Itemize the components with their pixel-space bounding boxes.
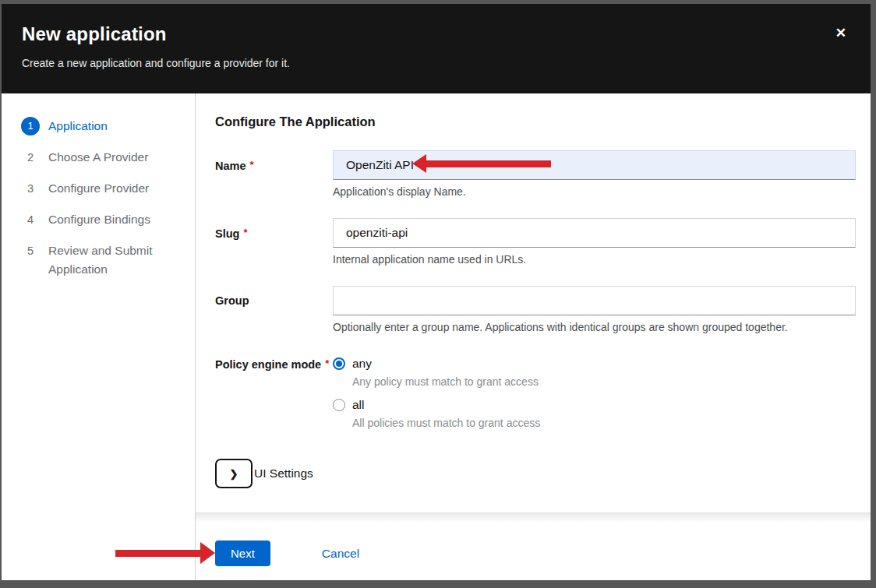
annotation-arrow-next bbox=[115, 550, 201, 557]
modal-title: New application bbox=[22, 23, 850, 46]
step-label: Application bbox=[48, 117, 108, 136]
name-label: Name* bbox=[215, 150, 333, 198]
annotation-arrow-name-head bbox=[412, 154, 426, 173]
step-label: Configure Bindings bbox=[48, 210, 150, 229]
step-label: Configure Provider bbox=[48, 179, 149, 198]
footer-shadow-divider bbox=[196, 512, 871, 522]
group-label: Group bbox=[215, 286, 333, 333]
annotation-arrow-next-head bbox=[200, 542, 215, 564]
required-asterisk: * bbox=[250, 159, 254, 171]
wizard-step-application[interactable]: 1 Application bbox=[2, 111, 195, 142]
name-label-text: Name bbox=[215, 160, 246, 172]
slug-field-group: Internal application name used in URLs. bbox=[333, 218, 856, 266]
ui-settings-label: UI Settings bbox=[254, 467, 313, 481]
group-field-group: Optionally enter a group name. Applicati… bbox=[333, 286, 856, 333]
modal-subtitle: Create a new application and configure a… bbox=[22, 57, 850, 70]
slug-label-text: Slug bbox=[215, 227, 239, 240]
radio-any-helper-text: Any policy must match to grant access bbox=[352, 375, 856, 388]
required-asterisk: * bbox=[243, 227, 247, 238]
radio-all-helper-text: All policies must match to grant access bbox=[352, 417, 856, 429]
name-input[interactable] bbox=[333, 150, 856, 180]
slug-label: Slug* bbox=[215, 218, 333, 266]
wizard-step-review-submit[interactable]: 5 Review and Submit Application bbox=[2, 235, 195, 285]
step-label: Choose A Provider bbox=[48, 148, 148, 167]
annotation-arrow-name bbox=[426, 160, 551, 167]
expand-button[interactable]: ❯ bbox=[215, 459, 253, 488]
step-number: 5 bbox=[21, 241, 40, 260]
close-icon[interactable]: ✕ bbox=[834, 25, 848, 42]
radio-any-label: any bbox=[352, 357, 372, 370]
group-input[interactable] bbox=[333, 286, 856, 315]
group-form-row: Group Optionally enter a group name. App… bbox=[215, 286, 856, 333]
step-number: 1 bbox=[21, 117, 40, 136]
wizard-nav: 1 Application 2 Choose A Provider 3 Conf… bbox=[2, 93, 196, 580]
group-label-text: Group bbox=[215, 294, 249, 307]
policy-label-text: Policy engine mode bbox=[215, 358, 321, 371]
policy-engine-mode-label: Policy engine mode* bbox=[215, 357, 333, 429]
policy-engine-mode-options: any Any policy must match to grant acces… bbox=[333, 357, 856, 429]
step-number: 2 bbox=[21, 148, 40, 167]
radio-option-all[interactable]: all bbox=[333, 398, 856, 411]
modal-header: New application Create a new application… bbox=[2, 4, 871, 93]
radio-any-icon[interactable] bbox=[333, 357, 345, 370]
radio-all-label: all bbox=[352, 398, 365, 411]
cancel-link[interactable]: Cancel bbox=[322, 540, 359, 566]
form-content: Configure The Application Name* Applicat… bbox=[196, 93, 871, 512]
required-asterisk: * bbox=[325, 357, 329, 369]
next-button[interactable]: Next bbox=[215, 540, 270, 566]
slug-helper-text: Internal application name used in URLs. bbox=[333, 253, 856, 266]
wizard-step-configure-bindings[interactable]: 4 Configure Bindings bbox=[2, 204, 195, 235]
step-label: Review and Submit Application bbox=[48, 241, 182, 279]
policy-engine-mode-row: Policy engine mode* any Any policy must … bbox=[215, 357, 856, 429]
slug-input[interactable] bbox=[333, 218, 856, 248]
radio-all-icon[interactable] bbox=[333, 399, 345, 411]
step-number: 4 bbox=[21, 210, 40, 229]
slug-form-row: Slug* Internal application name used in … bbox=[215, 218, 856, 266]
wizard-step-choose-provider[interactable]: 2 Choose A Provider bbox=[2, 142, 195, 173]
name-helper-text: Application's display Name. bbox=[333, 185, 856, 198]
wizard-step-configure-provider[interactable]: 3 Configure Provider bbox=[2, 173, 195, 204]
new-application-modal: New application Create a new application… bbox=[2, 4, 871, 580]
radio-option-any[interactable]: any bbox=[333, 357, 856, 370]
name-field-group: Application's display Name. bbox=[333, 150, 856, 198]
name-form-row: Name* Application's display Name. bbox=[215, 150, 856, 198]
ui-settings-toggle[interactable]: ❯ UI Settings bbox=[215, 459, 856, 488]
page-title: Configure The Application bbox=[215, 114, 856, 129]
wizard-footer: Next Cancel bbox=[196, 522, 871, 580]
step-number: 3 bbox=[21, 179, 40, 198]
group-helper-text: Optionally enter a group name. Applicati… bbox=[333, 321, 856, 333]
chevron-right-icon: ❯ bbox=[230, 468, 238, 480]
